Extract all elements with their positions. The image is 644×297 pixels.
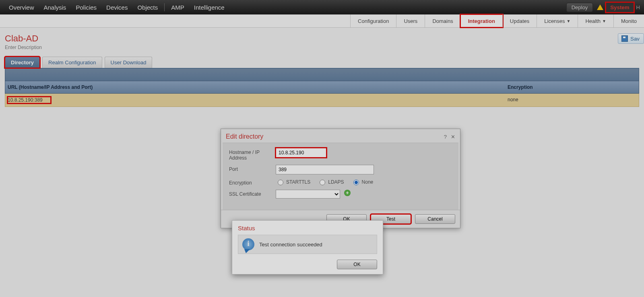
realm-tabs: Directory Realm Configuration User Downl…: [5, 57, 639, 69]
subnav: Configuration Users Domains Integration …: [0, 14, 644, 28]
chevron-down-icon: ▼: [567, 19, 571, 23]
status-ok-button[interactable]: OK: [337, 260, 377, 269]
close-icon[interactable]: ✕: [451, 134, 455, 140]
save-icon: [621, 35, 628, 42]
hostname-input[interactable]: [276, 148, 326, 158]
encryption-radio-group: STARTTLS LDAPS None: [276, 178, 373, 185]
topnav-intelligence[interactable]: Intelligence: [189, 4, 229, 11]
page-header: Clab-AD Enter Description Sav Directory …: [0, 28, 644, 107]
dialog-title: Edit directory: [226, 133, 440, 140]
radio-none[interactable]: None: [351, 178, 374, 185]
status-dialog: Status Test connection succeeded OK: [232, 220, 383, 274]
status-title: Status: [238, 225, 377, 231]
cancel-button[interactable]: Cancel: [415, 214, 455, 224]
help-icon[interactable]: ?: [444, 134, 447, 140]
save-button[interactable]: Sav: [618, 33, 644, 44]
label-hostname: Hostname / IP Address: [229, 148, 276, 161]
status-message-box: Test connection succeeded: [238, 235, 377, 254]
topnav-policies[interactable]: Policies: [71, 4, 101, 11]
cell-url: 10.8.25.190:389: [8, 97, 51, 103]
warning-icon[interactable]: [597, 4, 603, 10]
subnav-users[interactable]: Users: [396, 14, 425, 27]
radio-starttls[interactable]: STARTTLS: [276, 178, 310, 185]
page-title: Clab-AD: [5, 33, 639, 44]
topnav-separator: [164, 3, 165, 11]
topnav-objects[interactable]: Objects: [132, 4, 163, 11]
subnav-health[interactable]: Health▼: [578, 14, 613, 27]
deploy-button[interactable]: Deploy: [566, 3, 593, 12]
subnav-configuration[interactable]: Configuration: [350, 14, 396, 27]
tab-realm-configuration[interactable]: Realm Configuration: [42, 57, 102, 68]
info-icon: [242, 238, 254, 250]
topnav-analysis[interactable]: Analysis: [39, 4, 71, 11]
label-ssl-certificate: SSL Certificate: [229, 190, 276, 197]
topnav-devices[interactable]: Devices: [101, 4, 132, 11]
topnav-amp[interactable]: AMP: [166, 4, 189, 11]
ssl-certificate-select[interactable]: [276, 190, 340, 199]
add-icon[interactable]: +: [344, 190, 351, 196]
subnav-integration[interactable]: Integration: [460, 14, 503, 27]
tab-directory[interactable]: Directory: [5, 57, 40, 68]
chevron-down-icon: ▼: [602, 19, 606, 23]
subnav-monitoring[interactable]: Monito: [613, 14, 644, 27]
port-input[interactable]: [276, 165, 374, 174]
page-subtitle: Enter Description: [5, 45, 639, 50]
column-url: URL (Hostname/IP Address and Port): [5, 81, 505, 93]
topnav-overview[interactable]: Overview: [4, 4, 39, 11]
topnav-truncated: H: [634, 4, 640, 10]
label-encryption: Encryption: [229, 178, 276, 186]
table-row[interactable]: 10.8.25.190:389 none: [5, 94, 639, 107]
label-port: Port: [229, 165, 276, 172]
tab-user-download[interactable]: User Download: [105, 57, 153, 68]
save-label: Sav: [630, 36, 640, 42]
column-encryption: Encryption: [505, 81, 639, 93]
subnav-licenses[interactable]: Licenses▼: [537, 14, 578, 27]
topnav: Overview Analysis Policies Devices Objec…: [0, 0, 644, 14]
toolbar-bar: [5, 69, 639, 81]
subnav-updates[interactable]: Updates: [502, 14, 537, 27]
subnav-domains[interactable]: Domains: [425, 14, 460, 27]
radio-ldaps[interactable]: LDAPS: [318, 178, 344, 185]
status-message: Test connection succeeded: [259, 242, 322, 248]
edit-directory-dialog: Edit directory ? ✕ Hostname / IP Address…: [221, 129, 460, 228]
directory-table-header: URL (Hostname/IP Address and Port) Encry…: [5, 81, 639, 94]
system-button[interactable]: System: [606, 2, 634, 12]
cell-encryption: none: [505, 94, 639, 107]
